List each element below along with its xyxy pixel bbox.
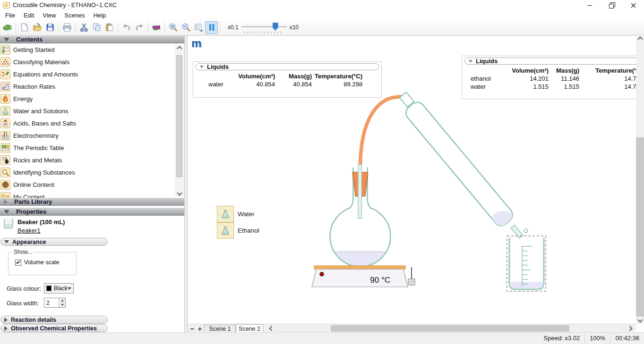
spin-down-button[interactable] — [59, 303, 65, 308]
toolbar-separator — [147, 22, 148, 33]
menu-view[interactable]: View — [38, 12, 60, 19]
sidebar-item-getting-started[interactable]: Getting Started — [0, 43, 184, 56]
column-volume: Volume(cm³) — [229, 72, 276, 80]
canvas-vertical-scrollbar[interactable] — [636, 35, 644, 324]
sidebar-item-electrochemistry[interactable]: Electrochemistry — [0, 129, 184, 142]
measure-probe-button[interactable] — [150, 21, 163, 34]
liquids-panel-header[interactable]: Liquids — [196, 63, 379, 70]
menu-edit[interactable]: Edit — [19, 12, 38, 19]
scrollbar-thumb[interactable] — [636, 137, 644, 317]
water-reagent-button[interactable] — [217, 206, 234, 222]
crocodile-home-button[interactable] — [1, 21, 14, 34]
paste-icon — [105, 23, 114, 32]
volume-scale-checkbox[interactable] — [15, 260, 21, 266]
selected-object-name-link[interactable]: Beaker1 — [17, 227, 40, 234]
sidebar-item-reaction-rates[interactable]: Reaction Rates — [0, 80, 184, 92]
undo-button[interactable] — [120, 21, 133, 34]
column-mass: Mass(g) — [276, 72, 313, 80]
water-reagent-label: Water — [238, 210, 255, 218]
liquid-name: ethanol — [462, 75, 495, 83]
menu-file[interactable]: File — [1, 12, 19, 19]
speed-slider[interactable] — [241, 21, 287, 34]
menu-help[interactable]: Help — [89, 12, 111, 19]
sidebar-splitter[interactable] — [184, 35, 188, 332]
ethanol-reagent-button[interactable] — [217, 222, 234, 239]
zoom-out-button[interactable] — [180, 21, 192, 34]
scene-properties-button[interactable] — [192, 21, 205, 34]
contents-section-header[interactable]: Contents — [0, 35, 184, 43]
speed-slider-track[interactable] — [241, 26, 287, 27]
close-button[interactable] — [622, 0, 644, 10]
new-document-button[interactable] — [18, 21, 31, 34]
chevron-right-icon — [627, 326, 632, 331]
column-temperature: Temperature(°C) — [580, 67, 636, 75]
scroll-right-arrow[interactable] — [626, 324, 634, 333]
sidebar-item-identifying-substances[interactable]: Identifying Substances — [0, 166, 184, 178]
cut-button[interactable] — [77, 21, 90, 34]
parts-library-section-header[interactable]: Parts Library — [0, 198, 184, 206]
my-content-icon — [0, 192, 10, 198]
tab-scene-1[interactable]: Scene 1 — [204, 325, 236, 333]
restore-icon — [610, 3, 614, 8]
sidebar-item-rocks-and-metals[interactable]: Rocks and Metals — [0, 154, 184, 166]
sidebar-item-energy[interactable]: Energy — [0, 92, 184, 105]
reaction-details-section-header[interactable]: Reaction details — [0, 316, 108, 324]
scroll-up-arrow[interactable] — [636, 35, 644, 43]
glass-colour-dropdown[interactable]: Black — [44, 283, 74, 294]
speed-min-label: x0.1 — [228, 24, 239, 31]
delivery-tube[interactable] — [361, 97, 402, 167]
sidebar: Contents Getting Started Classifying Mat… — [0, 35, 184, 332]
appearance-section-header[interactable]: Appearance — [0, 238, 108, 246]
crocodile-icon — [2, 22, 13, 33]
sidebar-item-water-and-solutions[interactable]: Water and Solutions — [0, 105, 184, 117]
liquid-volume: 1.515 — [495, 83, 550, 91]
contents-scrollbar[interactable] — [175, 45, 184, 197]
scroll-down-arrow[interactable] — [175, 189, 184, 197]
horizontal-scrollbar-thumb[interactable] — [331, 325, 569, 332]
glass-tube[interactable] — [358, 165, 362, 218]
chevron-up-icon — [637, 36, 643, 42]
hotplate-power-slider[interactable] — [408, 267, 415, 285]
sidebar-item-equations-and-amounts[interactable]: Equations and Amounts — [0, 68, 184, 80]
remove-scene-button[interactable]: − — [189, 324, 196, 333]
minimize-button[interactable] — [579, 0, 601, 10]
save-button[interactable] — [43, 21, 56, 34]
speed-slider-thumb[interactable] — [273, 23, 278, 31]
sidebar-item-my-content[interactable]: My Content — [0, 191, 184, 198]
restore-button[interactable] — [601, 0, 622, 10]
scrollbar-thumb[interactable] — [176, 55, 182, 177]
tab-scene-2[interactable]: Scene 2 — [236, 324, 263, 333]
pause-button[interactable] — [205, 21, 218, 34]
spin-up-button[interactable] — [59, 298, 65, 303]
properties-section-header[interactable]: Properties — [0, 208, 184, 216]
scroll-down-arrow[interactable] — [636, 316, 644, 324]
collapse-arrow-icon — [4, 38, 9, 42]
show-options-group: Show... Volume scale — [8, 249, 77, 275]
add-scene-button[interactable]: + — [196, 324, 204, 333]
liquids-panel-flask[interactable]: Liquids Volume(cm³) Mass(g) Temperature(… — [193, 61, 382, 98]
observed-chemical-properties-section-header[interactable]: Observed Chemical Properties — [0, 324, 108, 332]
collection-beaker[interactable] — [509, 238, 544, 289]
condenser[interactable] — [400, 92, 523, 238]
sidebar-item-classifying-materials[interactable]: Classifying Materials — [0, 56, 184, 68]
redo-button[interactable] — [133, 21, 146, 34]
sidebar-item-online-content[interactable]: Online Content — [0, 178, 184, 191]
window-title: Crocodile Chemistry - ETHANO~1.CXC — [13, 2, 117, 8]
print-button[interactable] — [60, 21, 73, 34]
simulation-canvas[interactable]: m — [188, 35, 636, 324]
sidebar-item-periodic-table[interactable]: The Periodic Table — [0, 142, 184, 154]
liquids-panel-beaker[interactable]: Liquids Volume(cm³) Mass(g) Temperature(… — [462, 56, 636, 99]
volume-scale-label: Volume scale — [24, 259, 59, 266]
scroll-left-arrow[interactable] — [268, 324, 275, 333]
sidebar-item-acids-bases-salts[interactable]: Acids, Bases and Salts — [0, 117, 184, 129]
menu-scenes[interactable]: Scenes — [60, 12, 89, 19]
glass-width-spinner[interactable]: 2 — [44, 298, 66, 308]
hot-plate[interactable]: 90 °C — [312, 266, 408, 287]
paste-button[interactable] — [103, 21, 116, 34]
open-file-button[interactable] — [31, 21, 43, 34]
liquids-panel-header[interactable]: Liquids — [464, 58, 636, 65]
copy-button[interactable] — [90, 21, 103, 34]
simulation-speed-slider-group: x0.1 x10 — [225, 21, 301, 34]
zoom-in-button[interactable] — [167, 21, 180, 34]
scroll-up-arrow[interactable] — [175, 45, 184, 52]
